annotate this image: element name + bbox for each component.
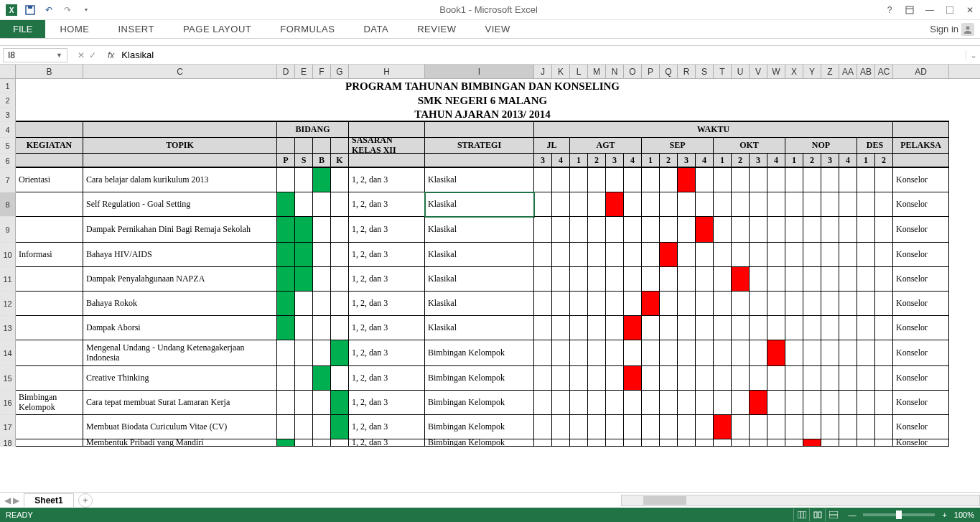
cell-topik[interactable]: Self Regulation - Goal Setting: [83, 192, 277, 217]
cell-waktu[interactable]: [552, 340, 570, 366]
cell-kegiatan[interactable]: Bimbingan Kelompok: [16, 391, 83, 415]
cell-waktu[interactable]: [821, 439, 839, 447]
rownum[interactable]: 6: [0, 154, 16, 168]
cell[interactable]: [331, 138, 349, 154]
sheet-nav[interactable]: ◀ ▶: [0, 495, 24, 505]
signin-link[interactable]: Sign in: [930, 23, 980, 36]
minimize-icon[interactable]: —: [923, 3, 937, 17]
cell-waktu[interactable]: [750, 292, 767, 316]
zoom-in-icon[interactable]: +: [942, 511, 946, 519]
cell-K[interactable]: [331, 267, 349, 292]
cell-waktu[interactable]: [732, 292, 750, 316]
colhead-B[interactable]: B: [16, 65, 83, 78]
cell-waktu[interactable]: [732, 243, 750, 267]
cell-waktu[interactable]: [678, 391, 696, 415]
cell-waktu[interactable]: [803, 391, 821, 415]
rownum[interactable]: 2: [0, 93, 16, 108]
cell-waktu[interactable]: [732, 415, 750, 439]
cell-waktu[interactable]: [803, 243, 821, 267]
cell-waktu[interactable]: [696, 168, 714, 192]
cell-sasaran[interactable]: 1, 2, dan 3: [349, 243, 425, 267]
cell-sasaran[interactable]: 1, 2, dan 3: [349, 316, 425, 340]
cell-P[interactable]: [277, 366, 295, 391]
tab-formulas[interactable]: FORMULAS: [266, 20, 349, 38]
cell-waktu[interactable]: [552, 192, 570, 217]
cell-B[interactable]: [313, 340, 331, 366]
cell-waktu[interactable]: [857, 340, 875, 366]
cell-pelaksana[interactable]: Konselor: [893, 366, 949, 391]
cell-waktu[interactable]: [803, 267, 821, 292]
cell-waktu[interactable]: [714, 292, 732, 316]
normal-view-icon[interactable]: [793, 508, 809, 521]
cell-S[interactable]: [295, 366, 313, 391]
cell[interactable]: [295, 138, 313, 154]
cell-S[interactable]: [295, 192, 313, 217]
cell-waktu[interactable]: [624, 340, 642, 366]
cell-waktu[interactable]: [660, 366, 678, 391]
cancel-icon[interactable]: ✕: [78, 50, 85, 60]
cell-waktu[interactable]: [696, 391, 714, 415]
cell-B[interactable]: [313, 415, 331, 439]
cell-B[interactable]: [313, 192, 331, 217]
cell-sasaran[interactable]: 1, 2, dan 3: [349, 267, 425, 292]
cell-waktu[interactable]: [857, 292, 875, 316]
zoom-slider[interactable]: [863, 513, 935, 516]
chevron-down-icon[interactable]: ▼: [56, 52, 62, 59]
tab-data[interactable]: DATA: [349, 20, 403, 38]
formula-expand-icon[interactable]: ⌄: [966, 50, 980, 60]
cell-waktu[interactable]: [821, 267, 839, 292]
cell-B[interactable]: [313, 316, 331, 340]
cell-waktu[interactable]: [732, 217, 750, 243]
cell-waktu[interactable]: [624, 391, 642, 415]
rownum[interactable]: 15: [0, 366, 16, 391]
rownum[interactable]: 10: [0, 243, 16, 267]
cell-waktu[interactable]: [606, 415, 624, 439]
cell-B[interactable]: [313, 439, 331, 447]
cell-waktu[interactable]: [857, 415, 875, 439]
cell-waktu[interactable]: [750, 439, 767, 447]
cell-waktu[interactable]: [642, 192, 660, 217]
cell-waktu[interactable]: [732, 168, 750, 192]
cell-B[interactable]: [313, 168, 331, 192]
file-tab[interactable]: FILE: [0, 20, 45, 38]
cell-waktu[interactable]: [570, 366, 588, 391]
cell-waktu[interactable]: [678, 243, 696, 267]
cell-waktu[interactable]: [624, 267, 642, 292]
cell-K[interactable]: [331, 439, 349, 447]
cell-strategi[interactable]: Klasikal: [425, 316, 534, 340]
colhead-H[interactable]: H: [349, 65, 425, 78]
cell-waktu[interactable]: [750, 243, 767, 267]
cell-S[interactable]: [295, 340, 313, 366]
rownum[interactable]: 4: [0, 122, 16, 138]
cell-waktu[interactable]: [839, 415, 857, 439]
colhead-AA[interactable]: AA: [839, 65, 857, 78]
fx-icon[interactable]: fx: [103, 50, 118, 60]
cell-P[interactable]: [277, 168, 295, 192]
rownum[interactable]: 5: [0, 138, 16, 154]
cell-waktu[interactable]: [534, 217, 552, 243]
cell-waktu[interactable]: [570, 340, 588, 366]
cell-waktu[interactable]: [875, 292, 893, 316]
cell-waktu[interactable]: [785, 316, 803, 340]
cell-topik[interactable]: Membuat Biodata Curiculum Vitae (CV): [83, 415, 277, 439]
cell-waktu[interactable]: [821, 192, 839, 217]
cell-waktu[interactable]: [624, 168, 642, 192]
ribbon-options-icon[interactable]: [902, 3, 917, 17]
cell-waktu[interactable]: [588, 415, 606, 439]
cell-waktu[interactable]: [606, 217, 624, 243]
cell-waktu[interactable]: [678, 217, 696, 243]
cell-waktu[interactable]: [821, 243, 839, 267]
cell-pelaksana[interactable]: Konselor: [893, 292, 949, 316]
cell-waktu[interactable]: [696, 292, 714, 316]
cell-waktu[interactable]: [552, 168, 570, 192]
cell-P[interactable]: [277, 267, 295, 292]
cell-K[interactable]: [331, 391, 349, 415]
cell-waktu[interactable]: [606, 243, 624, 267]
cell-waktu[interactable]: [606, 391, 624, 415]
cell-strategi[interactable]: Bimbingan Kelompok: [425, 415, 534, 439]
cell-strategi[interactable]: Bimbingan Kelompok: [425, 439, 534, 447]
cell-waktu[interactable]: [785, 217, 803, 243]
cell-waktu[interactable]: [750, 340, 767, 366]
cell-waktu[interactable]: [606, 340, 624, 366]
cell-waktu[interactable]: [785, 340, 803, 366]
